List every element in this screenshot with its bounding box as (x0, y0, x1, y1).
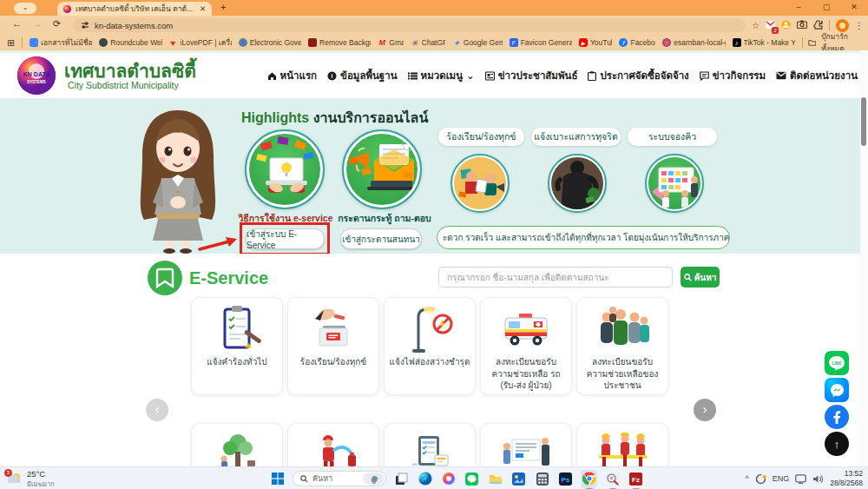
scroll-top-button[interactable]: ↑ (825, 432, 849, 456)
mail-extension-icon[interactable]: 2 (766, 20, 775, 31)
newspaper-icon (485, 71, 495, 81)
new-tab-button[interactable]: + (220, 2, 226, 12)
reload-button[interactable]: ⟳ (53, 18, 61, 30)
heart-icon: ♥ (169, 38, 178, 47)
folder-icon (808, 38, 817, 47)
photos-app[interactable] (510, 470, 527, 488)
bookmark-tiktok[interactable]: ♪TikTok - Make Your... (733, 38, 795, 47)
chrome-app[interactable] (581, 470, 597, 488)
queue-circle[interactable] (645, 154, 704, 213)
task-view-button[interactable] (393, 470, 410, 488)
carousel-prev-button[interactable]: ‹ (146, 399, 168, 421)
nav-home[interactable]: หน้าแรก (267, 68, 317, 83)
scrollbar-thumb[interactable] (861, 97, 866, 146)
calculator-app[interactable] (534, 470, 550, 488)
nav-activities[interactable]: ข่าวกิจกรรม (700, 68, 766, 83)
bookmark-favicon-gen[interactable]: FFavicon Generator -... (510, 38, 572, 47)
tab-search-button[interactable]: ⌄ (14, 3, 36, 14)
bookmark-egov[interactable]: Electronic Governm... (239, 38, 301, 47)
edge-app[interactable] (417, 470, 433, 488)
forward-button[interactable]: → (33, 18, 43, 29)
card-general-request[interactable]: แจ้งคำร้องทั่วไป (191, 297, 283, 395)
list-icon (408, 71, 418, 81)
address-bar[interactable]: kn-data-systems.com (73, 18, 746, 32)
nav-procurement[interactable]: ประกาศจัดซื้อจัดจ้าง (588, 68, 688, 83)
bookmark-gemini[interactable]: ✦Google Gemini (452, 38, 503, 47)
nav-news[interactable]: ข่าวประชาสัมพันธ์ (485, 68, 578, 83)
tray-chevron[interactable]: ^ (745, 474, 748, 483)
bookmark-facebook[interactable]: fFacebook (619, 38, 655, 47)
messenger-button[interactable] (825, 378, 849, 402)
toolbar-separator (829, 20, 830, 30)
device-icon[interactable] (795, 474, 806, 484)
card-public-aid[interactable]: ลงทะเบียนขอรับความช่วยเหลือของประชาชน (576, 297, 668, 395)
extensions-puzzle-icon[interactable] (813, 20, 823, 31)
clock-time: 13:52 (830, 469, 863, 479)
picpick-app[interactable] (604, 470, 621, 488)
file-explorer-app[interactable] (487, 470, 503, 488)
card-ambulance[interactable]: ลงทะเบียนขอรับความช่วยเหลือ รถ (รับ-ส่ง … (480, 297, 572, 395)
window-controls: – ▢ ✕ (785, 0, 868, 16)
camera-icon[interactable] (797, 20, 807, 30)
taskbar-search[interactable]: ค้นหา (293, 471, 386, 486)
bookmark-ilovepdf[interactable]: ♥iLovePDF | เครื่องมือ... (169, 36, 232, 49)
announcement-marquee: ะดวก รวดเร็ว และสามารถเข้าถึงได้ทุกที่ทุ… (437, 226, 730, 249)
apps-grid-icon[interactable]: ⊞ (7, 37, 15, 49)
back-button[interactable]: ← (12, 18, 22, 29)
streetlight-icon (399, 305, 460, 354)
site-settings-icon[interactable] (81, 21, 89, 30)
browser-tab[interactable]: เทศบาลตำบลซิตี้ บริษัท เคเอ็น ดาต้... ✕ (57, 2, 212, 16)
page-scrollbar[interactable] (860, 50, 868, 466)
pill-queue-booking[interactable]: ระบบจองคิว (628, 128, 717, 146)
card-complaint[interactable]: ร้องเรียน/ร้องทุกข์ (287, 297, 379, 395)
complaint-circle[interactable] (450, 154, 510, 213)
chatgpt-icon: ✳ (411, 38, 419, 47)
hero-section: Highlights งานบริการออนไลน์ (0, 98, 868, 254)
complaint-box-icon (303, 305, 364, 354)
language-indicator[interactable]: ENG (773, 474, 790, 483)
bookmark-google-docs[interactable]: เอกสารที่ไม่มีชื่อ - Googl... (30, 36, 92, 49)
tab-close-icon[interactable]: ✕ (200, 4, 206, 13)
line-button[interactable]: LINE (825, 351, 849, 375)
search-button[interactable]: ค้นหา (681, 267, 720, 287)
start-button[interactable] (269, 470, 286, 488)
card-streetlight[interactable]: แจ้งไฟส่องสว่างชำรุด (384, 297, 476, 395)
bookmark-removebg[interactable]: Remove Backgroun... (308, 38, 371, 47)
close-button[interactable]: ✕ (840, 0, 868, 16)
line-app[interactable] (464, 470, 480, 488)
municipality-logo[interactable]: KN DATA SYSTEMS (16, 56, 56, 96)
nav-basic-info[interactable]: iข้อมูลพื้นฐาน (327, 68, 398, 83)
taskbar-clock[interactable]: 13:52 28/8/2568 (830, 469, 863, 487)
speaker-icon[interactable] (812, 474, 824, 484)
svg-text:Fz: Fz (632, 476, 640, 484)
bookmark-star-icon[interactable]: ☆ (752, 21, 760, 30)
bookmark-chatgpt[interactable]: ✳ChatGPT (411, 38, 445, 47)
forum-enter-button[interactable]: เข้าสู่กระดานสนทนา (340, 228, 422, 249)
site-subtitle: City Subdistrict Municipality (68, 80, 179, 90)
general-request-icon (207, 305, 267, 354)
status-search-input[interactable] (438, 267, 673, 287)
nav-menu-category[interactable]: หมวดเมนู⌄ (408, 68, 475, 83)
copilot-app[interactable] (440, 470, 457, 488)
facebook-button[interactable] (825, 405, 849, 429)
bookmark-youtube[interactable]: ▶YouTube (579, 38, 613, 47)
maximize-button[interactable]: ▢ (812, 0, 840, 16)
minimize-button[interactable]: – (785, 0, 812, 16)
filezilla-app[interactable]: Fz (628, 470, 644, 488)
weather-widget[interactable]: 3 25°C มีเมฆมาก (7, 467, 55, 489)
bookmark-roundcube[interactable]: Roundcube Webmai... (99, 38, 161, 47)
pill-corruption-tip[interactable]: แจ้งเบาะแสการทุจริต (531, 128, 621, 146)
feature-eservice-circle[interactable] (245, 129, 325, 209)
pill-complaint[interactable]: ร้องเรียน/ร้องทุกข์ (438, 128, 524, 146)
feature-forum-circle[interactable] (342, 129, 422, 209)
corruption-circle[interactable] (548, 154, 607, 213)
sync-tray-icon[interactable] (755, 473, 766, 485)
nav-contact[interactable]: ติดต่อหน่วยงาน (776, 68, 858, 83)
bookmark-gmail[interactable]: MGmail (378, 38, 403, 47)
bookmark-esarnban[interactable]: esarnban-local-gov-... (662, 38, 725, 47)
filezilla-icon: Fz (629, 472, 642, 486)
photoshop-app[interactable]: Ps (557, 470, 574, 488)
browser-menu-icon[interactable]: ⋮ (855, 21, 864, 30)
carousel-next-button[interactable]: › (694, 399, 716, 421)
profile-extension-icon[interactable] (781, 20, 791, 31)
